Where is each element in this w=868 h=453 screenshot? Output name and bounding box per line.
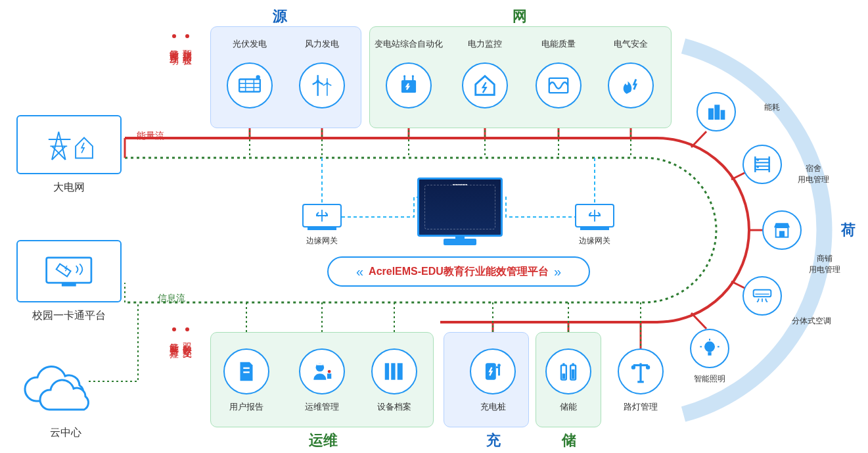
svg-point-70 [646, 366, 650, 370]
svg-rect-65 [562, 363, 564, 365]
node-lighting [690, 329, 729, 368]
buildings-icon [706, 101, 727, 122]
transmission-tower-icon [38, 128, 100, 162]
svg-point-47 [403, 75, 405, 77]
node-shop [762, 210, 802, 250]
house-bolt-icon [472, 73, 497, 98]
group-title-source: 源 [273, 7, 287, 26]
node-power-quality [536, 62, 582, 108]
label-energy: 能耗 [746, 102, 798, 113]
svg-rect-89 [721, 110, 725, 120]
label-substation: 变电站综合自动化 [369, 38, 448, 50]
svg-rect-53 [317, 363, 323, 365]
label-wind: 风力发电 [283, 38, 361, 50]
gateway-icon [587, 208, 603, 224]
label-energy-flow: 能量流 [137, 130, 164, 142]
svg-rect-28 [239, 80, 260, 92]
fire-bolt-icon [618, 73, 643, 98]
svg-point-60 [497, 364, 501, 367]
label-shop: 商铺 用电管理 [798, 253, 851, 275]
vtext-top-1: 预测结果校验 [181, 42, 193, 50]
gateway-left [302, 204, 342, 227]
node-streetlight [618, 348, 664, 394]
svg-rect-57 [391, 363, 395, 379]
chevron-left-icon: « [356, 264, 363, 279]
solar-panel-icon [237, 73, 262, 98]
vtext-bot-2: 能量智慧管控 [168, 335, 180, 343]
archive-icon [382, 359, 407, 384]
group-title-charge: 充 [486, 431, 501, 450]
battery-icon [556, 359, 581, 384]
label-charger: 充电桩 [453, 401, 532, 413]
label-om: 运维管理 [283, 401, 361, 413]
node-om [299, 348, 345, 394]
label-cloud: 云中心 [13, 426, 118, 440]
label-gateway-left: 边缘网关 [299, 235, 345, 247]
label-asset: 设备档案 [355, 401, 434, 413]
label-elec-safety: 电气安全 [591, 38, 670, 50]
label-lighting: 智能照明 [683, 373, 736, 385]
svg-rect-88 [714, 105, 720, 120]
bunkbed-icon [752, 154, 773, 175]
label-battery: 储能 [529, 401, 608, 413]
label-power-quality: 电能质量 [519, 38, 598, 50]
center-monitor: ▪▪▪▪▪▪▪▪▪ [417, 178, 503, 237]
node-energy [697, 92, 736, 131]
substation-icon [396, 73, 421, 98]
svg-rect-50 [243, 368, 250, 369]
svg-rect-54 [327, 373, 331, 379]
lightbulb-icon [699, 338, 720, 359]
svg-rect-56 [385, 363, 389, 379]
node-power-monitor [462, 62, 508, 108]
svg-point-48 [412, 75, 414, 77]
report-icon [234, 359, 259, 384]
vtext-bot-1: 双向数据交互 [181, 335, 193, 343]
shop-icon [771, 220, 792, 241]
node-pv [227, 62, 273, 108]
node-charger [470, 348, 516, 394]
oscilloscope-icon [546, 73, 571, 98]
svg-point-85 [757, 159, 759, 161]
svg-point-72 [704, 341, 715, 352]
svg-point-33 [256, 75, 260, 79]
svg-line-37 [313, 82, 318, 85]
platform-title: AcrelEMS-EDU教育行业能效管理平台 [369, 265, 549, 279]
label-report: 用户报告 [207, 401, 286, 413]
svg-rect-49 [549, 78, 568, 93]
node-battery [545, 348, 591, 394]
label-streetlight: 路灯管理 [601, 401, 680, 413]
label-info-flow: 信息流 [158, 293, 185, 304]
node-ac [742, 276, 782, 316]
svg-rect-80 [779, 231, 785, 237]
node-asset [371, 348, 417, 394]
svg-rect-64 [572, 370, 575, 379]
diagram-canvas: 源 网 运维 充 储 荷 光伏发电 风力发电 变电站综合自动化 电力监控 电能质… [0, 0, 868, 453]
ext-maingrid [16, 115, 122, 174]
group-title-ops: 运维 [309, 431, 338, 450]
svg-point-55 [328, 370, 331, 373]
label-campus-card: 校园一卡通平台 [16, 309, 122, 323]
charging-pile-icon [480, 359, 505, 384]
node-dorm [742, 145, 782, 184]
svg-rect-91 [62, 283, 76, 286]
group-title-load: 荷 [841, 220, 856, 240]
chevron-right-icon: » [554, 264, 561, 279]
card-terminal-icon [38, 253, 100, 289]
node-wind [299, 62, 345, 108]
node-report [223, 348, 269, 394]
ext-campus-card [16, 240, 122, 302]
svg-rect-66 [572, 363, 574, 365]
svg-rect-87 [708, 108, 714, 120]
svg-line-13 [691, 313, 706, 329]
label-pv: 光伏发电 [210, 38, 289, 50]
label-power-monitor: 电力监控 [445, 38, 524, 50]
wind-turbine-icon [309, 73, 334, 98]
svg-line-9 [691, 131, 706, 147]
cloud-icon [13, 365, 105, 417]
platform-name-pill: « AcrelEMS-EDU教育行业能效管理平台 » [327, 256, 590, 287]
label-ac: 分体式空调 [785, 316, 838, 327]
svg-rect-58 [398, 363, 403, 379]
svg-point-86 [757, 166, 759, 168]
vtext-top-2: 能量调度互动 [168, 42, 180, 50]
svg-rect-73 [708, 352, 711, 355]
